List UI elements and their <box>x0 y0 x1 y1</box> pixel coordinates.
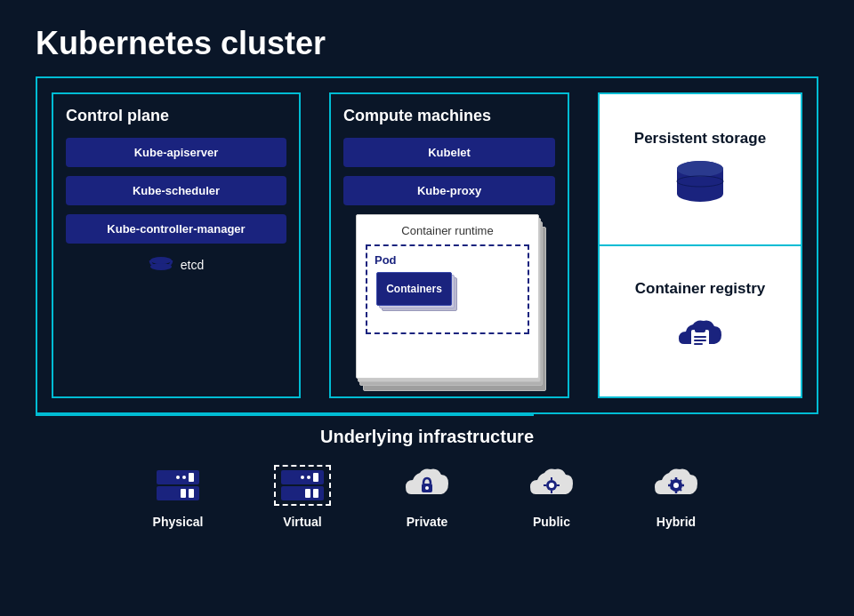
virtual-label: Virtual <box>283 515 321 529</box>
kube-controller-manager-button[interactable]: Kube-controller-manager <box>66 214 286 244</box>
virtual-icon <box>276 463 329 508</box>
svg-rect-9 <box>694 336 706 338</box>
hybrid-label: Hybrid <box>657 515 696 529</box>
page-title: Kubernetes cluster <box>0 0 854 76</box>
physical-label: Physical <box>153 515 204 529</box>
public-icon <box>525 463 578 508</box>
kube-scheduler-button[interactable]: Kube-scheduler <box>66 176 286 205</box>
etcd-label: etcd <box>181 258 204 272</box>
container-registry-icon <box>672 310 729 364</box>
etcd-icon <box>149 256 173 274</box>
compute-machines-section: Compute machines Kubelet Kube-proxy Cont… <box>329 92 569 398</box>
svg-line-28 <box>680 480 681 482</box>
svg-point-15 <box>549 483 554 488</box>
control-plane-section: Control plane Kube-apiserver Kube-schedu… <box>52 92 301 398</box>
svg-point-4 <box>677 186 723 202</box>
svg-point-0 <box>150 257 172 264</box>
database-icon <box>672 160 729 210</box>
container-registry-section: Container registry <box>600 246 801 396</box>
persistent-storage-label: Persistent storage <box>634 130 766 148</box>
main-cluster-box: Control plane Kube-apiserver Kube-schedu… <box>36 76 818 414</box>
svg-point-5 <box>677 161 723 177</box>
pod-containers-box: Pod Containers <box>366 244 529 334</box>
svg-point-13 <box>425 486 429 490</box>
private-icon <box>400 463 454 508</box>
right-column: Persistent storage Container registry <box>598 92 802 398</box>
svg-rect-10 <box>694 340 706 341</box>
svg-line-29 <box>671 487 673 489</box>
infra-public: Public <box>512 463 592 529</box>
infra-hybrid: Hybrid <box>636 463 716 529</box>
svg-line-26 <box>671 480 673 482</box>
container-runtime-label: Container runtime <box>366 224 529 237</box>
svg-rect-8 <box>695 328 705 332</box>
underlying-infrastructure: Underlying infrastructure Physical <box>0 427 854 529</box>
containers-block: Containers <box>376 272 452 306</box>
control-plane-label: Control plane <box>66 107 286 125</box>
infra-physical: Physical <box>138 463 218 529</box>
pod-label: Pod <box>375 253 520 267</box>
underlying-infrastructure-title: Underlying infrastructure <box>0 427 854 447</box>
kube-proxy-button[interactable]: Kube-proxy <box>343 176 555 205</box>
svg-point-1 <box>150 263 172 270</box>
compute-pages-wrap: Container runtime Pod Containers <box>356 214 543 392</box>
infra-icons-row: Physical <box>0 463 854 529</box>
persistent-storage-section: Persistent storage <box>600 94 801 246</box>
private-label: Private <box>407 515 448 529</box>
kubelet-button[interactable]: Kubelet <box>343 138 555 167</box>
svg-line-27 <box>680 489 681 491</box>
physical-icon <box>151 463 205 508</box>
infra-virtual: Virtual <box>262 463 342 529</box>
container-registry-label: Container registry <box>635 280 765 298</box>
compute-machines-label: Compute machines <box>343 107 555 125</box>
svg-point-21 <box>673 483 679 488</box>
infra-private: Private <box>387 463 467 529</box>
svg-rect-11 <box>694 343 703 345</box>
kube-apiserver-button[interactable]: Kube-apiserver <box>66 138 286 167</box>
horizontal-line <box>36 414 534 416</box>
hybrid-icon <box>649 463 703 508</box>
public-label: Public <box>533 515 570 529</box>
